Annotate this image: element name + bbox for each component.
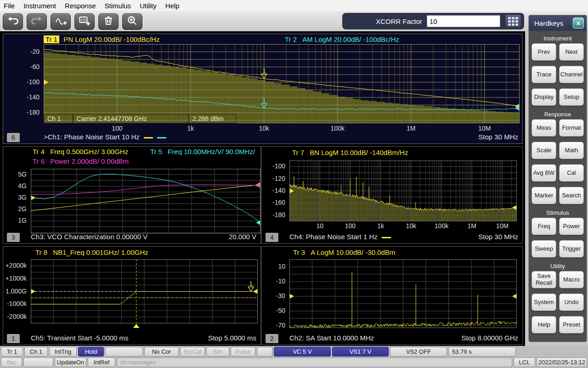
hardkey-trace[interactable]: Trace [531,66,556,83]
y-axis-label: -100 [262,162,285,170]
hardkey-setup[interactable]: Setup [559,88,584,106]
status-no-messages: no messages [117,357,512,367]
panel-number[interactable]: 4 [266,233,278,242]
status-lcl[interactable]: LCL [514,357,535,367]
hardkey-cal[interactable]: Cal [559,164,584,182]
hardkey-scale[interactable]: Scale [531,142,556,159]
hardkeys-section-response: Response [531,111,584,118]
status-ch-1[interactable]: Ch 1 [24,347,48,356]
hardkey-marker[interactable]: Marker [531,187,556,204]
hardkey-next[interactable]: Next [559,43,584,61]
redo-button[interactable] [27,13,47,30]
sa-plot[interactable] [289,259,517,328]
status-intref[interactable]: IntRef [88,357,115,367]
bn-plot[interactable] [289,161,517,221]
hardkey-system[interactable]: System [531,293,556,311]
graphs-area: Tr 1PN LogM 20.00dB/ -100dBc/Hz Tr 2AM L… [0,31,525,346]
y-axis-label: 4G [3,182,27,190]
trace2-header[interactable]: Tr 2AM LogM 20.00dB/ -100dBc/Hz [285,35,399,43]
trace2-label[interactable]: Tr 2 [285,35,297,43]
status-vc-5-v[interactable]: VC 5 V [274,347,331,356]
status-pulse[interactable]: Pulse [231,347,255,356]
hardkey-format[interactable]: Format [559,119,584,137]
status-no-cor[interactable]: No Cor [144,347,179,356]
panel-phase-noise[interactable]: Tr 1PN LogM 20.00dB/ -100dBc/Hz Tr 2AM L… [3,34,523,144]
add-channel-icon: Ch [79,15,90,28]
trace8-header[interactable]: Tr 8NB1_Freq 0.001GHz/ 1.00GHz [35,248,148,256]
hardkey-undo[interactable]: Undo [559,293,584,311]
carrier-frequency: Carrier 2.41447708 GHz [73,114,189,123]
hardkeys-panel: Hardkeys × InstrumentPrevNextTraceChanne… [528,15,587,342]
panel-number[interactable]: 2 [266,334,278,343]
status-srccal[interactable]: SrcCal [180,347,205,356]
trace6-header[interactable]: Tr 6Power 2.000dB/ 0.00dBm [33,157,129,165]
transient-plot[interactable]: 1 [31,259,258,323]
undo-button[interactable] [3,13,23,30]
panel-number[interactable]: 6 [7,133,20,142]
trace7-header[interactable]: Tr 7BN LogM 10.00dB/ -140dBm/Hz [292,149,408,156]
hardkey-save-recall[interactable]: Save Recall [531,271,556,288]
status-2022-02-25-13-12[interactable]: 2022/02/25-13:12 [537,357,587,367]
status-vs1-7-v[interactable]: VS1 7 V [332,347,389,356]
hardkey-channel[interactable]: Channel [559,66,584,83]
hardkey-math[interactable]: Math [559,142,584,159]
menu-item-response[interactable]: Response [65,2,96,10]
trace1-info: PN LogM 20.00dB/ -100dBc/Hz [63,35,159,43]
panel-vco[interactable]: Tr 4Freq 0.500GHz/ 3.00GHz Tr 5Freq 10.0… [3,146,261,244]
trace1-header[interactable]: Tr 1PN LogM 20.00dB/ -100dBc/Hz [44,35,159,43]
hardkey-macro[interactable]: Macro [559,271,584,288]
phase-noise-plot[interactable]: Ch 1 Carrier 2.41447708 GHz 2.288 dBm 11 [44,44,520,123]
status-tr-1[interactable]: Tr 1 [1,347,23,356]
hardkey-trigger[interactable]: Trigger [559,240,584,258]
add-trace-button[interactable] [51,13,71,30]
xcorr-input[interactable] [427,15,500,27]
panel-number[interactable]: 1 [7,334,20,343]
status-inttrig[interactable]: IntTrig [49,347,77,356]
trace1-badge[interactable]: Tr 1 [44,35,59,43]
hardkeys-header: Hardkeys × [529,15,587,31]
footer-stop: 20.000 V [229,233,256,241]
panel-number[interactable]: 3 [7,233,20,242]
close-icon[interactable]: × [573,17,584,29]
menu-item-instrument[interactable]: Instrument [23,2,56,10]
zoom-in-button[interactable] [122,13,142,30]
hardkey-freq[interactable]: Freq [531,218,556,235]
status-sim[interactable]: Sim [206,347,229,356]
status-53-79-s[interactable]: 53.79 s [448,347,516,356]
hardkey-help[interactable]: Help [531,316,556,334]
hardkey-search[interactable]: Search [559,187,584,204]
trace4-header[interactable]: Tr 4Freq 0.500GHz/ 3.00GHz [33,148,128,155]
status-svc[interactable]: Svc [1,357,22,367]
status-vs2-off[interactable]: VS2 OFF [390,347,447,356]
trace3-header[interactable]: Tr 3A LogM 10.00dB/ -30.0dBm [293,248,395,256]
trace5-header[interactable]: Tr 5Freq 10.00MHz/V/ 90.0MHz/ [150,148,255,155]
delete-button[interactable] [98,13,119,30]
add-trace-icon [55,15,67,28]
y-axis-label: -30 [262,292,285,299]
hardkey-avg-bw[interactable]: Avg BW [531,164,556,182]
panel-footer: 6 >Ch1: Phase Noise Start 10 Hz Stop 30 … [3,133,522,143]
carrier-channel: Ch 1 [44,114,73,123]
menu-item-help[interactable]: Help [165,2,180,10]
carrier-info-bar: Ch 1 Carrier 2.41447708 GHz 2.288 dBm [44,114,237,123]
vco-plot[interactable] [31,169,260,234]
keypad-button[interactable] [505,14,521,28]
menu-item-utility[interactable]: Utility [140,2,157,10]
panel-transient[interactable]: Tr 8NB1_Freq 0.001GHz/ 1.00GHz > 1: 5.00… [3,246,261,345]
y-axis-label: -120 [262,175,285,182]
y-axis-label: -10 [262,277,285,285]
status-updateon[interactable]: UpdateOn [55,357,86,367]
hardkey-power[interactable]: Power [559,218,584,235]
menu-item-stimulus[interactable]: Stimulus [105,2,131,10]
panel-broadband-noise[interactable]: Tr 7BN LogM 10.00dB/ -140dBm/Hz 4 Ch4: P… [261,146,523,244]
x-axis-label: 1k [177,125,204,132]
add-channel-button[interactable]: Ch [74,13,95,30]
panel-spectrum[interactable]: Tr 3A LogM 10.00dB/ -30.0dBm 2 Ch2: SA S… [261,246,523,345]
hardkey-display[interactable]: Display [531,88,556,106]
hardkey-preset[interactable]: Preset [559,316,584,334]
hardkey-sweep[interactable]: Sweep [531,240,556,258]
hardkey-meas[interactable]: Meas [531,119,556,137]
menu-item-file[interactable]: File [4,2,15,10]
status-hold[interactable]: Hold [78,347,104,356]
hardkey-prev[interactable]: Prev [531,43,556,61]
